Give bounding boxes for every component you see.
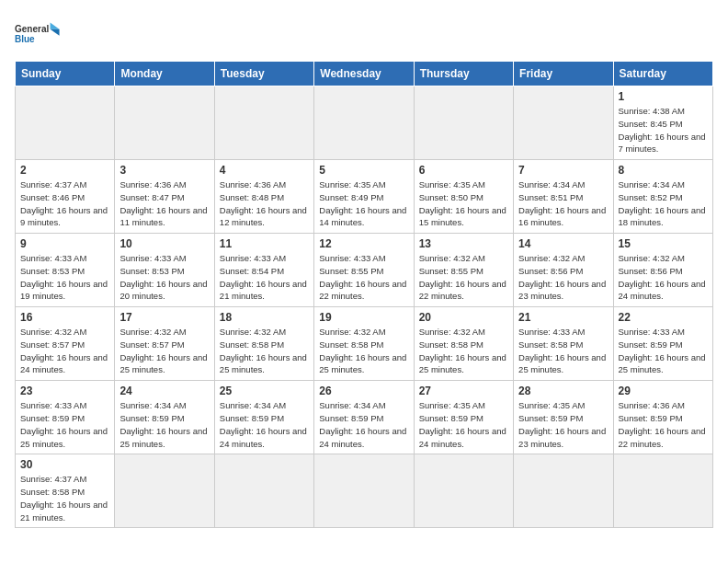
day-info: Sunrise: 4:37 AM Sunset: 8:58 PM Dayligh… [20, 473, 109, 523]
weekday-header-friday: Friday [514, 62, 613, 86]
svg-text:General: General [15, 24, 49, 34]
weekday-header-tuesday: Tuesday [214, 62, 313, 86]
calendar-cell: 1Sunrise: 4:38 AM Sunset: 8:45 PM Daylig… [613, 86, 712, 160]
calendar-cell: 10Sunrise: 4:33 AM Sunset: 8:53 PM Dayli… [115, 234, 214, 307]
day-info: Sunrise: 4:35 AM Sunset: 8:49 PM Dayligh… [319, 178, 408, 229]
calendar-cell: 22Sunrise: 4:33 AM Sunset: 8:59 PM Dayli… [613, 307, 712, 381]
day-info: Sunrise: 4:37 AM Sunset: 8:46 PM Dayligh… [20, 178, 109, 229]
day-number: 30 [20, 458, 109, 471]
calendar-cell: 8Sunrise: 4:34 AM Sunset: 8:52 PM Daylig… [613, 160, 712, 234]
weekday-header-wednesday: Wednesday [314, 62, 414, 86]
calendar-cell [414, 454, 513, 528]
calendar-cell: 2Sunrise: 4:37 AM Sunset: 8:46 PM Daylig… [16, 160, 115, 234]
weekday-header-monday: Monday [115, 62, 214, 86]
day-number: 16 [20, 311, 109, 324]
day-info: Sunrise: 4:34 AM Sunset: 8:52 PM Dayligh… [619, 178, 708, 229]
day-info: Sunrise: 4:32 AM Sunset: 8:56 PM Dayligh… [619, 252, 708, 303]
calendar-cell [514, 454, 613, 528]
day-info: Sunrise: 4:32 AM Sunset: 8:58 PM Dayligh… [419, 326, 508, 376]
calendar-cell [16, 86, 115, 160]
day-number: 24 [119, 385, 209, 397]
calendar-cell: 21Sunrise: 4:33 AM Sunset: 8:58 PM Dayli… [514, 307, 613, 381]
day-number: 28 [518, 385, 608, 397]
calendar-cell: 15Sunrise: 4:32 AM Sunset: 8:56 PM Dayli… [613, 234, 712, 307]
day-number: 9 [20, 237, 109, 250]
day-number: 8 [619, 164, 708, 177]
day-number: 2 [20, 164, 109, 177]
calendar-cell: 26Sunrise: 4:34 AM Sunset: 8:59 PM Dayli… [314, 381, 414, 454]
day-info: Sunrise: 4:32 AM Sunset: 8:57 PM Dayligh… [119, 326, 209, 376]
day-number: 22 [619, 311, 708, 324]
calendar-cell [115, 86, 214, 160]
calendar-cell [115, 454, 214, 528]
day-number: 12 [319, 237, 408, 250]
day-number: 6 [419, 164, 508, 177]
svg-marker-2 [51, 23, 60, 29]
day-info: Sunrise: 4:34 AM Sunset: 8:59 PM Dayligh… [220, 399, 309, 450]
page-header: GeneralBlue [15, 15, 713, 52]
calendar-cell: 25Sunrise: 4:34 AM Sunset: 8:59 PM Dayli… [214, 381, 313, 454]
calendar-cell: 6Sunrise: 4:35 AM Sunset: 8:50 PM Daylig… [414, 160, 513, 234]
day-info: Sunrise: 4:36 AM Sunset: 8:47 PM Dayligh… [119, 178, 209, 229]
day-number: 17 [119, 311, 209, 324]
weekday-header-saturday: Saturday [613, 62, 712, 86]
day-info: Sunrise: 4:34 AM Sunset: 8:51 PM Dayligh… [518, 178, 608, 229]
calendar-cell [214, 454, 313, 528]
day-info: Sunrise: 4:33 AM Sunset: 8:59 PM Dayligh… [619, 326, 708, 376]
svg-text:Blue: Blue [15, 34, 35, 44]
calendar-cell [514, 86, 613, 160]
day-number: 27 [419, 385, 508, 397]
calendar-cell: 19Sunrise: 4:32 AM Sunset: 8:58 PM Dayli… [314, 307, 414, 381]
calendar-cell: 9Sunrise: 4:33 AM Sunset: 8:53 PM Daylig… [16, 234, 115, 307]
day-info: Sunrise: 4:36 AM Sunset: 8:59 PM Dayligh… [619, 399, 708, 450]
calendar-cell: 23Sunrise: 4:33 AM Sunset: 8:59 PM Dayli… [16, 381, 115, 454]
day-info: Sunrise: 4:33 AM Sunset: 8:53 PM Dayligh… [119, 252, 209, 303]
calendar-cell: 24Sunrise: 4:34 AM Sunset: 8:59 PM Dayli… [115, 381, 214, 454]
day-info: Sunrise: 4:33 AM Sunset: 8:58 PM Dayligh… [518, 326, 608, 376]
calendar-cell [214, 86, 313, 160]
calendar-cell: 4Sunrise: 4:36 AM Sunset: 8:48 PM Daylig… [214, 160, 313, 234]
calendar-cell: 7Sunrise: 4:34 AM Sunset: 8:51 PM Daylig… [514, 160, 613, 234]
day-number: 26 [319, 385, 408, 397]
calendar-cell: 18Sunrise: 4:32 AM Sunset: 8:58 PM Dayli… [214, 307, 313, 381]
calendar-cell: 12Sunrise: 4:33 AM Sunset: 8:55 PM Dayli… [314, 234, 414, 307]
day-info: Sunrise: 4:34 AM Sunset: 8:59 PM Dayligh… [319, 399, 408, 450]
day-number: 18 [220, 311, 309, 324]
calendar-cell: 16Sunrise: 4:32 AM Sunset: 8:57 PM Dayli… [16, 307, 115, 381]
day-number: 21 [518, 311, 608, 324]
calendar-cell: 14Sunrise: 4:32 AM Sunset: 8:56 PM Dayli… [514, 234, 613, 307]
day-info: Sunrise: 4:33 AM Sunset: 8:59 PM Dayligh… [20, 399, 109, 450]
day-info: Sunrise: 4:32 AM Sunset: 8:55 PM Dayligh… [419, 252, 508, 303]
calendar-cell [314, 454, 414, 528]
day-info: Sunrise: 4:38 AM Sunset: 8:45 PM Dayligh… [619, 105, 708, 155]
calendar-cell: 28Sunrise: 4:35 AM Sunset: 8:59 PM Dayli… [514, 381, 613, 454]
day-info: Sunrise: 4:32 AM Sunset: 8:56 PM Dayligh… [518, 252, 608, 303]
day-number: 19 [319, 311, 408, 324]
day-number: 15 [619, 237, 708, 250]
calendar-cell: 20Sunrise: 4:32 AM Sunset: 8:58 PM Dayli… [414, 307, 513, 381]
day-info: Sunrise: 4:32 AM Sunset: 8:58 PM Dayligh… [220, 326, 309, 376]
calendar-cell: 11Sunrise: 4:33 AM Sunset: 8:54 PM Dayli… [214, 234, 313, 307]
day-number: 29 [619, 385, 708, 397]
day-info: Sunrise: 4:33 AM Sunset: 8:53 PM Dayligh… [20, 252, 109, 303]
svg-marker-3 [51, 29, 60, 36]
day-info: Sunrise: 4:32 AM Sunset: 8:58 PM Dayligh… [319, 326, 408, 376]
day-number: 13 [419, 237, 508, 250]
calendar-cell: 5Sunrise: 4:35 AM Sunset: 8:49 PM Daylig… [314, 160, 414, 234]
calendar-cell [414, 86, 513, 160]
day-info: Sunrise: 4:34 AM Sunset: 8:59 PM Dayligh… [119, 399, 209, 450]
day-number: 23 [20, 385, 109, 397]
calendar-week-row: 2Sunrise: 4:37 AM Sunset: 8:46 PM Daylig… [16, 160, 713, 234]
day-number: 4 [220, 164, 309, 177]
calendar-week-row: 1Sunrise: 4:38 AM Sunset: 8:45 PM Daylig… [16, 86, 713, 160]
day-info: Sunrise: 4:35 AM Sunset: 8:59 PM Dayligh… [518, 399, 608, 450]
calendar-cell: 13Sunrise: 4:32 AM Sunset: 8:55 PM Dayli… [414, 234, 513, 307]
calendar-week-row: 9Sunrise: 4:33 AM Sunset: 8:53 PM Daylig… [16, 234, 713, 307]
calendar-cell: 30Sunrise: 4:37 AM Sunset: 8:58 PM Dayli… [16, 454, 115, 528]
day-number: 10 [119, 237, 209, 250]
calendar-table: SundayMondayTuesdayWednesdayThursdayFrid… [15, 61, 713, 528]
day-number: 5 [319, 164, 408, 177]
day-number: 25 [220, 385, 309, 397]
day-number: 1 [619, 90, 708, 103]
day-info: Sunrise: 4:32 AM Sunset: 8:57 PM Dayligh… [20, 326, 109, 376]
